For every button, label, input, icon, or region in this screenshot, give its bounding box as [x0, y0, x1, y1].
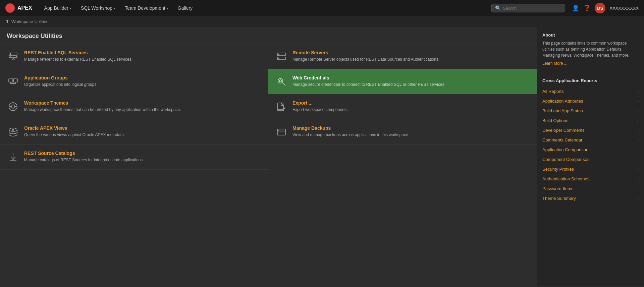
chevron-icon: ▾: [114, 6, 115, 10]
rest-catalogs-text: REST Source Catalogs Manage catalogs of …: [24, 151, 143, 163]
report-chevron-icon: ›: [637, 109, 639, 113]
report-item[interactable]: Security Profiles›: [537, 164, 644, 174]
svg-point-16: [278, 54, 279, 55]
report-chevron-icon: ›: [637, 187, 639, 191]
export-icon: [275, 100, 288, 113]
help-icon[interactable]: ❓: [583, 4, 591, 12]
report-label: Theme Summary: [542, 196, 576, 201]
cross-app-reports-title: Cross Application Reports: [537, 78, 644, 87]
utility-rest-sql[interactable]: REST Enabled SQL Services Manage referen…: [0, 44, 268, 69]
about-description: This page contains links to common works…: [537, 40, 644, 61]
report-label: Security Profiles: [542, 167, 574, 172]
report-item[interactable]: Build Options›: [537, 116, 644, 125]
breadcrumb-label[interactable]: Workspace Utilities: [11, 19, 48, 24]
utility-app-groups[interactable]: Application Groups Organize applications…: [0, 69, 268, 94]
report-label: Developer Comments: [542, 128, 585, 133]
page-title: Workspace Utilities: [0, 27, 537, 44]
rest-catalogs-desc: Manage catalogs of REST Sources for inte…: [24, 157, 143, 163]
content-area: Workspace Utilities: [0, 27, 537, 286]
manage-backups-text: Manage Backups View and manage backups a…: [292, 125, 408, 138]
report-chevron-icon: ›: [637, 196, 639, 200]
breadcrumb-icon: ⬆: [5, 19, 9, 24]
app-groups-desc: Organize applications into logical group…: [24, 82, 98, 88]
report-item[interactable]: Authentication Schemes›: [537, 174, 644, 184]
report-item[interactable]: Component Comparison›: [537, 155, 644, 164]
chevron-icon: ▾: [70, 6, 71, 10]
export-title: Export ...: [292, 100, 348, 106]
apex-logo-text[interactable]: APEX: [17, 5, 32, 11]
app-groups-icon: [7, 75, 19, 88]
search-input[interactable]: [503, 6, 561, 11]
nav-item-sql-workshop[interactable]: SQL Workshop ▾: [77, 3, 119, 13]
nav-item-gallery[interactable]: Gallery: [174, 3, 197, 13]
nav-item-team-development[interactable]: Team Development ▾: [121, 3, 172, 13]
report-item[interactable]: Application Attributes›: [537, 96, 644, 106]
report-item[interactable]: Password Items›: [537, 184, 644, 193]
utility-web-credentials[interactable]: Web Credentials Manage secure credential…: [268, 69, 537, 94]
report-item[interactable]: Build and App Status›: [537, 106, 644, 116]
report-item[interactable]: Developer Comments›: [537, 125, 644, 135]
apex-views-title: Oracle APEX Views: [24, 125, 125, 131]
chevron-icon: ▾: [167, 6, 168, 10]
panel-divider: [537, 74, 644, 74]
app-groups-text: Application Groups Organize applications…: [24, 75, 98, 88]
about-title: About: [537, 33, 644, 40]
report-label: Build Options: [542, 118, 568, 123]
search-icon: 🔍: [495, 5, 501, 11]
report-label: Build and App Status: [542, 108, 583, 113]
manage-backups-icon: [275, 125, 288, 138]
svg-point-18: [278, 78, 283, 83]
workspace-themes-desc: Manage workspace themes that can be util…: [24, 107, 181, 113]
utility-apex-views[interactable]: Oracle APEX Views Query the various view…: [0, 119, 268, 145]
report-chevron-icon: ›: [637, 90, 639, 94]
report-item[interactable]: Application Comparison›: [537, 145, 644, 155]
report-label: Application Comparison: [542, 147, 588, 152]
web-credentials-desc: Manage secure credentials to connect to …: [292, 82, 445, 88]
report-chevron-icon: ›: [637, 148, 639, 152]
apex-logo-icon: [5, 3, 15, 13]
workspace-themes-icon: [7, 100, 19, 113]
report-label: Comments Calendar: [542, 137, 582, 142]
report-item[interactable]: All Reports›: [537, 87, 644, 96]
utility-rest-catalogs[interactable]: REST Source Catalogs Manage catalogs of …: [0, 145, 268, 170]
utilities-grid: REST Enabled SQL Services Manage referen…: [0, 44, 537, 170]
reports-list: All Reports›Application Attributes›Build…: [537, 87, 644, 203]
rest-sql-icon: [7, 50, 19, 63]
report-item[interactable]: Comments Calendar›: [537, 135, 644, 145]
web-credentials-text: Web Credentials Manage secure credential…: [292, 75, 445, 88]
apex-views-text: Oracle APEX Views Query the various view…: [24, 125, 125, 138]
svg-line-19: [282, 82, 285, 85]
rest-sql-text: REST Enabled SQL Services Manage referen…: [24, 50, 132, 62]
utility-export[interactable]: Export ... Export workspace components.: [268, 94, 537, 119]
user-avatar[interactable]: DS: [595, 3, 605, 13]
user-name: XXXXXXXXXX: [609, 6, 639, 11]
workspace-themes-text: Workspace Themes Manage workspace themes…: [24, 100, 181, 113]
svg-rect-4: [9, 79, 13, 82]
nav-item-app-builder[interactable]: App Builder ▾: [40, 3, 75, 13]
report-label: All Reports: [542, 89, 564, 94]
rest-sql-title: REST Enabled SQL Services: [24, 50, 132, 55]
apex-views-icon: [7, 125, 19, 138]
export-text: Export ... Export workspace components.: [292, 100, 348, 113]
utility-remote-servers[interactable]: Remote Servers Manage Remote Server obje…: [268, 44, 537, 69]
manage-backups-desc: View and manage backups across applicati…: [292, 132, 408, 138]
web-credentials-icon: [275, 75, 288, 88]
utility-manage-backups[interactable]: Manage Backups View and manage backups a…: [268, 119, 537, 145]
rest-catalogs-icon: [7, 151, 19, 163]
export-desc: Export workspace components.: [292, 107, 348, 113]
svg-point-7: [11, 105, 15, 108]
report-chevron-icon: ›: [637, 177, 639, 181]
utility-workspace-themes[interactable]: Workspace Themes Manage workspace themes…: [0, 94, 268, 119]
apex-views-desc: Query the various views against Oracle A…: [24, 132, 125, 138]
learn-more-link[interactable]: Learn More ...: [537, 61, 644, 71]
report-item[interactable]: Theme Summary›: [537, 193, 644, 203]
manage-backups-title: Manage Backups: [292, 125, 408, 131]
nav-icons: 👤 ❓ DS XXXXXXXXXX: [572, 3, 639, 13]
utilities-right-column: Remote Servers Manage Remote Server obje…: [268, 44, 537, 170]
notifications-icon[interactable]: 👤: [572, 4, 579, 12]
report-chevron-icon: ›: [637, 128, 639, 132]
svg-point-13: [12, 129, 14, 130]
app-groups-title: Application Groups: [24, 75, 98, 80]
search-bar[interactable]: 🔍: [491, 4, 565, 12]
nav-menu: App Builder ▾ SQL Workshop ▾ Team Develo…: [40, 3, 489, 13]
